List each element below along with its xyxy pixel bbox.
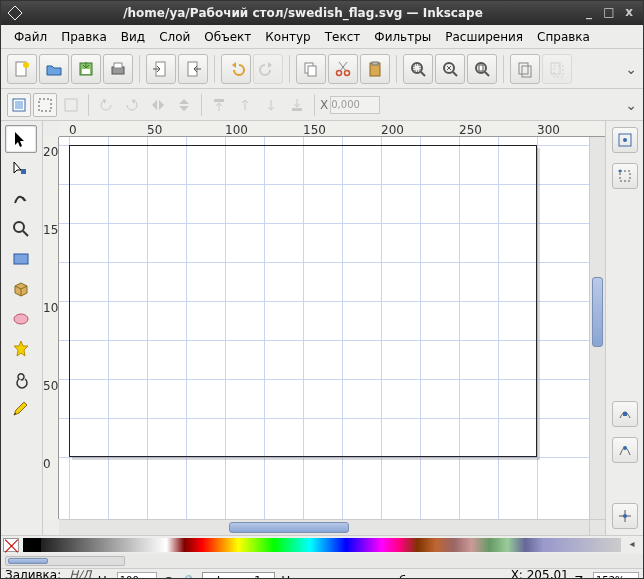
ellipse-tool[interactable] xyxy=(5,305,37,333)
menu-layer[interactable]: Слой xyxy=(159,30,190,44)
raise-top-button[interactable] xyxy=(207,93,231,117)
x-label: X xyxy=(320,98,328,112)
rect-tool[interactable] xyxy=(5,245,37,273)
svg-rect-6 xyxy=(114,63,122,68)
svg-line-16 xyxy=(421,72,425,76)
menu-file[interactable]: Файл xyxy=(14,30,47,44)
color-swatches[interactable] xyxy=(23,538,621,552)
flip-v-button[interactable] xyxy=(172,93,196,117)
pencil-tool[interactable] xyxy=(5,395,37,423)
snap-panel xyxy=(605,121,643,535)
box3d-tool[interactable] xyxy=(5,275,37,303)
deselect-button[interactable] xyxy=(59,93,83,117)
cursor-x-label: X: xyxy=(511,568,523,580)
menu-object[interactable]: Объект xyxy=(204,30,251,44)
x-coordinate-spin: X xyxy=(320,96,380,114)
flip-h-button[interactable] xyxy=(146,93,170,117)
menu-extensions[interactable]: Расширения xyxy=(445,30,523,44)
ruler-horizontal[interactable]: 0 50 100 150 200 250 300 xyxy=(59,121,605,137)
maximize-button[interactable]: □ xyxy=(601,5,617,21)
vertical-scrollbar[interactable] xyxy=(589,137,605,519)
snap-node-button[interactable] xyxy=(612,401,638,427)
undo-button[interactable] xyxy=(221,54,251,84)
redo-button[interactable] xyxy=(253,54,283,84)
zoom-input[interactable] xyxy=(593,572,639,580)
selector-tool[interactable] xyxy=(5,125,37,153)
duplicate-button[interactable] xyxy=(510,54,540,84)
select-toggle-button[interactable] xyxy=(33,93,57,117)
lower-button[interactable] xyxy=(259,93,283,117)
zoom-selection-button[interactable] xyxy=(403,54,433,84)
zoom-page-button[interactable] xyxy=(467,54,497,84)
raise-button[interactable] xyxy=(233,93,257,117)
cut-button[interactable] xyxy=(328,54,358,84)
window-titlebar: /home/ya/Рабочий стол/swedish_flag.svg —… xyxy=(1,1,643,25)
menu-filters[interactable]: Фильтры xyxy=(374,30,431,44)
svg-point-41 xyxy=(618,170,621,173)
svg-rect-14 xyxy=(372,62,378,65)
snap-path-button[interactable] xyxy=(612,437,638,463)
status-bar: Заливка: Обводка: Н/Д Н/Д Н: 👁 🔒 Layer 1… xyxy=(1,568,643,579)
palette-menu-button[interactable]: ◂ xyxy=(625,538,639,552)
save-button[interactable] xyxy=(71,54,101,84)
toolbar-overflow[interactable]: ⌄ xyxy=(625,61,637,77)
no-color-swatch[interactable] xyxy=(3,538,19,552)
svg-rect-28 xyxy=(15,101,23,109)
export-button[interactable] xyxy=(178,54,208,84)
x-input[interactable] xyxy=(330,96,380,114)
rotate-ccw-button[interactable] xyxy=(94,93,118,117)
svg-point-2 xyxy=(23,62,29,68)
menu-edit[interactable]: Правка xyxy=(61,30,107,44)
svg-point-11 xyxy=(337,70,342,75)
ruler-y-tick: 0 xyxy=(43,457,51,471)
lower-bottom-button[interactable] xyxy=(285,93,309,117)
svg-point-12 xyxy=(345,70,350,75)
snap-enable-button[interactable] xyxy=(612,127,638,153)
svg-rect-40 xyxy=(620,171,630,181)
canvas[interactable] xyxy=(59,137,589,519)
rotate-cw-button[interactable] xyxy=(120,93,144,117)
star-tool[interactable] xyxy=(5,335,37,363)
tweak-tool[interactable] xyxy=(5,185,37,213)
minimize-button[interactable]: _ xyxy=(581,5,597,21)
close-button[interactable]: x xyxy=(621,5,637,21)
zoom-drawing-button[interactable] xyxy=(435,54,465,84)
toolbar2-overflow[interactable]: ⌄ xyxy=(625,97,637,113)
opacity-input[interactable] xyxy=(117,572,157,580)
svg-rect-32 xyxy=(292,108,302,111)
snap-other-button[interactable] xyxy=(612,503,638,529)
import-button[interactable] xyxy=(146,54,176,84)
fill-value[interactable]: Н/Д xyxy=(69,570,91,580)
svg-rect-10 xyxy=(308,66,316,76)
clone-button[interactable] xyxy=(542,54,572,84)
copy-button[interactable] xyxy=(296,54,326,84)
node-tool[interactable] xyxy=(5,155,37,183)
palette-scrollbar[interactable] xyxy=(5,556,125,566)
menu-view[interactable]: Вид xyxy=(121,30,145,44)
visibility-icon[interactable]: 👁 xyxy=(163,574,175,580)
ruler-vertical[interactable]: 200 150 100 50 0 xyxy=(43,137,59,519)
paste-button[interactable] xyxy=(360,54,390,84)
menu-path[interactable]: Контур xyxy=(265,30,310,44)
new-button[interactable] xyxy=(7,54,37,84)
svg-rect-42 xyxy=(623,412,627,416)
open-button[interactable] xyxy=(39,54,69,84)
ruler-x-tick: 200 xyxy=(381,123,404,137)
zoom-tool[interactable] xyxy=(5,215,37,243)
horizontal-scrollbar[interactable] xyxy=(59,519,589,535)
menu-text[interactable]: Текст xyxy=(325,30,361,44)
snap-bbox-button[interactable] xyxy=(612,163,638,189)
select-all-layers-button[interactable] xyxy=(7,93,31,117)
opacity-label: Н: xyxy=(98,574,111,580)
status-message: Нет выделенных об… xyxy=(281,574,504,580)
ruler-y-tick: 200 xyxy=(43,145,59,159)
menu-help[interactable]: Справка xyxy=(537,30,590,44)
svg-rect-29 xyxy=(39,99,51,111)
svg-rect-25 xyxy=(551,63,560,74)
svg-rect-24 xyxy=(522,66,531,77)
print-button[interactable] xyxy=(103,54,133,84)
canvas-area: 0 50 100 150 200 250 300 200 150 100 50 … xyxy=(43,121,605,535)
layer-selector[interactable]: Layer 1 ▾ xyxy=(202,572,275,580)
spiral-tool[interactable] xyxy=(5,365,37,393)
lock-icon[interactable]: 🔒 xyxy=(181,574,196,580)
